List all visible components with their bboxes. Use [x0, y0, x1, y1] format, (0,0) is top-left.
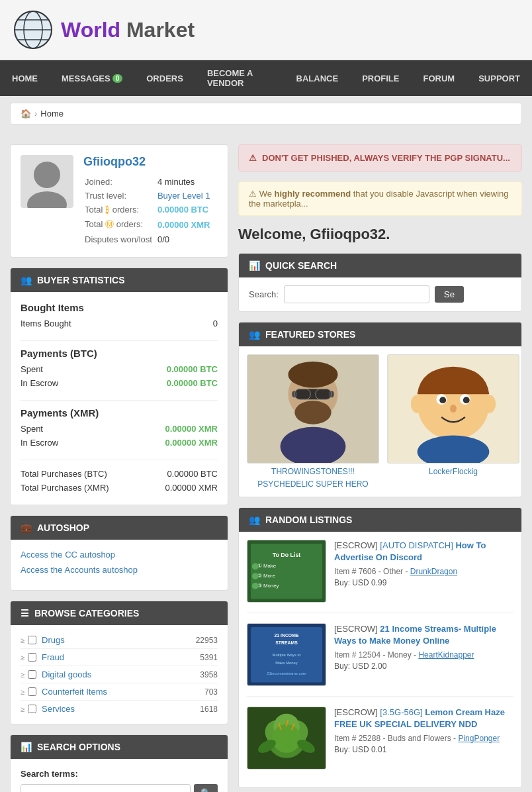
listing-info: [ESCROW] [3.5G-56G] Lemon Cream Haze FRE… [334, 707, 513, 769]
categories-list: ≥ Drugs 22953 ≥ Fraud 5391 ≥ Digital goo… [11, 625, 228, 724]
listing-seller-1[interactable]: DrunkDragon [410, 567, 457, 576]
listing-seller-3[interactable]: PingPonger [458, 734, 500, 743]
svg-point-36 [252, 573, 259, 579]
list-item: ≥ Fraud 5391 [21, 649, 218, 666]
accounts-autoshop-link[interactable]: Access the Accounts autoshop [21, 565, 218, 575]
listing-info: [ESCROW] [AUTO DISPATCH] How To Advertis… [334, 540, 513, 603]
escrow-btc-label: In Escrow [21, 378, 58, 388]
profile-username[interactable]: Gfiioqpo32 [83, 155, 218, 169]
svg-point-35 [252, 563, 259, 569]
quick-search-button[interactable]: Se [435, 286, 464, 303]
items-bought-label: Items Bought [21, 319, 71, 328]
store-thumbnail [387, 354, 519, 464]
featured-stores-header: 👥 FEATURED STORES [239, 322, 521, 346]
services-count: 1618 [200, 705, 218, 714]
nav-bar: HOME MESSAGES 0 ORDERS BECOME A VENDOR B… [0, 60, 532, 96]
nav-profile[interactable]: PROFILE [350, 60, 411, 96]
main-content: Gfiioqpo32 Joined: 4 minutes Trust level… [0, 134, 532, 792]
listings-list: To Do List ① Make ② More ③ Money [ESCROW… [239, 532, 521, 787]
bar-chart-icon: 📊 [249, 260, 260, 271]
store-thumbnail [247, 354, 379, 464]
auto-dispatch-tag: [AUTO DISPATCH] [380, 540, 455, 550]
drugs-count: 22953 [196, 636, 218, 645]
nav-messages[interactable]: MESSAGES 0 [50, 60, 134, 96]
spent-btc-label: Spent [21, 364, 43, 374]
category-digital-goods[interactable]: Digital goods [42, 669, 200, 679]
profile-info: Gfiioqpo32 Joined: 4 minutes Trust level… [83, 155, 218, 247]
escrow-xmr-label: In Escrow [21, 438, 58, 448]
svg-point-25 [411, 395, 424, 413]
escrow-tag: [ESCROW] [334, 707, 378, 717]
category-services[interactable]: Services [42, 704, 200, 714]
nav-support[interactable]: SUPPORT [466, 60, 532, 96]
left-column: Gfiioqpo32 Joined: 4 minutes Trust level… [10, 144, 228, 792]
search-options-header: 📊 SEARCH OPTIONS [11, 735, 228, 759]
fraud-count: 5391 [200, 653, 218, 662]
quick-search-input[interactable] [284, 285, 429, 303]
people-icon: 👥 [21, 275, 32, 285]
nav-orders[interactable]: ORDERS [134, 60, 195, 96]
list-item: [ESCROW] [3.5G-56G] Lemon Cream Haze FRE… [247, 707, 513, 779]
random-listings-card: 👥 RANDOM LISTINGS To Do List ① Make ② Mo… [238, 507, 522, 788]
total-xmr-value: 0.00000 XMR [157, 217, 214, 232]
counterfeit-checkbox[interactable] [28, 687, 36, 696]
counterfeit-count: 703 [204, 687, 218, 697]
fraud-checkbox[interactable] [28, 653, 36, 662]
listing-thumbnail-3 [247, 707, 326, 769]
escrow-xmr-value: 0.00000 XMR [165, 438, 218, 448]
nav-become-vendor[interactable]: BECOME A VENDOR [195, 60, 285, 96]
nav-home[interactable]: HOME [0, 60, 50, 96]
svg-point-50 [272, 724, 300, 752]
breadcrumb-sep: › [34, 109, 37, 119]
chart-icon: 📊 [21, 742, 32, 752]
arrow-icon: ≥ [21, 636, 24, 644]
store-name-2[interactable]: LockerFlockig [387, 467, 519, 476]
total-xmr-label: Total Ⓜ orders: [85, 217, 156, 232]
list-item: ≥ Digital goods 3958 [21, 666, 218, 683]
svg-text:①  Make: ① Make [257, 563, 277, 569]
trust-label: Trust level: [85, 189, 156, 202]
users-icon2: 👥 [249, 515, 260, 525]
svg-text:Make Money: Make Money [275, 661, 298, 665]
categories-card: ☰ BROWSE CATEGORIES ≥ Drugs 22953 ≥ Frau… [10, 601, 228, 724]
services-checkbox[interactable] [28, 705, 36, 713]
list-item: ≥ Services 1618 [21, 701, 218, 717]
digital-goods-count: 3958 [200, 670, 218, 679]
search-options-button[interactable]: 🔍 [194, 784, 218, 792]
svg-rect-12 [294, 389, 331, 399]
payments-xmr-title: Payments (XMR) [21, 407, 218, 419]
arrow-icon: ≥ [21, 688, 24, 696]
arrow-icon: ≥ [21, 671, 24, 679]
category-counterfeit[interactable]: Counterfeit Items [42, 687, 204, 697]
nav-forum[interactable]: FORUM [411, 60, 466, 96]
search-terms-input[interactable] [21, 784, 191, 792]
breadcrumb: 🏠 › Home [10, 103, 522, 124]
cc-autoshop-link[interactable]: Access the CC autoshop [21, 550, 218, 560]
disputes-label: Disputes won/lost [85, 233, 156, 246]
avatar [21, 155, 73, 208]
svg-text:②  More: ② More [257, 573, 276, 579]
store-name-1b[interactable]: PSYCHEDELIC SUPER HERO [247, 479, 379, 489]
total-purchases-btc-value: 0.00000 BTC [167, 469, 218, 479]
store-name-1[interactable]: THROWINGSTONES!!! [247, 467, 379, 476]
svg-text:③  Money: ③ Money [257, 583, 279, 589]
svg-point-26 [482, 395, 496, 413]
featured-stores-card: 👥 FEATURED STORES [238, 322, 522, 497]
category-fraud[interactable]: Fraud [42, 652, 200, 662]
welcome-message: Welcome, Gfiioqpo32. [238, 226, 522, 243]
items-bought-value: 0 [213, 319, 218, 328]
digital-goods-checkbox[interactable] [28, 670, 36, 679]
svg-text:STREAMS: STREAMS [275, 640, 298, 645]
svg-text:Multiple Ways to: Multiple Ways to [273, 653, 302, 657]
store-item[interactable]: THROWINGSTONES!!! PSYCHEDELIC SUPER HERO [247, 354, 379, 489]
autoshop-card: 💼 AUTOSHOP Access the CC autoshop Access… [10, 515, 228, 591]
nav-balance[interactable]: BALANCE [285, 60, 351, 96]
search-terms-label: Search terms: [21, 769, 218, 779]
globe-icon [13, 10, 53, 50]
listing-seller-2[interactable]: HeartKidnapper [418, 650, 474, 660]
category-drugs[interactable]: Drugs [42, 635, 196, 645]
recommend-alert: ⚠ We highly recommend that you disable J… [238, 181, 522, 216]
drugs-checkbox[interactable] [28, 636, 36, 644]
store-item[interactable]: LockerFlockig [387, 354, 519, 489]
listing-meta-2: Item # 12504 - Money - HeartKidnapper [334, 650, 513, 660]
